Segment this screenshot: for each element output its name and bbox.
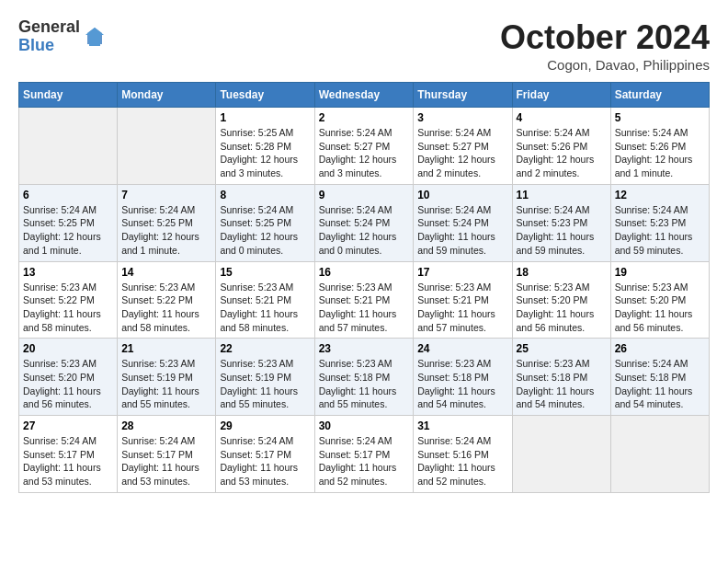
calendar-cell: 8Sunrise: 5:24 AM Sunset: 5:25 PM Daylig… [216,184,314,261]
calendar-cell: 27Sunrise: 5:24 AM Sunset: 5:17 PM Dayli… [19,416,118,493]
day-number: 23 [319,342,410,355]
calendar-cell: 20Sunrise: 5:23 AM Sunset: 5:20 PM Dayli… [19,339,118,416]
day-number: 3 [417,111,507,124]
day-info: Sunrise: 5:24 AM Sunset: 5:25 PM Dayligh… [121,203,211,258]
day-info: Sunrise: 5:24 AM Sunset: 5:23 PM Dayligh… [517,203,607,258]
calendar-cell: 15Sunrise: 5:23 AM Sunset: 5:21 PM Dayli… [216,261,314,339]
logo-blue-text: Blue [18,37,80,55]
day-number: 28 [121,419,211,432]
calendar-cell: 13Sunrise: 5:23 AM Sunset: 5:22 PM Dayli… [19,261,118,339]
calendar-cell: 3Sunrise: 5:24 AM Sunset: 5:27 PM Daylig… [414,108,512,185]
calendar-cell: 6Sunrise: 5:24 AM Sunset: 5:25 PM Daylig… [19,184,118,261]
day-info: Sunrise: 5:23 AM Sunset: 5:20 PM Dayligh… [23,357,113,411]
day-info: Sunrise: 5:23 AM Sunset: 5:20 PM Dayligh… [615,281,705,335]
day-number: 27 [23,419,113,432]
day-number: 10 [417,189,507,201]
day-number: 4 [517,111,607,124]
day-number: 31 [417,419,507,432]
day-info: Sunrise: 5:23 AM Sunset: 5:21 PM Dayligh… [319,281,410,335]
day-number: 21 [121,342,211,355]
calendar-cell [610,416,709,493]
day-info: Sunrise: 5:24 AM Sunset: 5:25 PM Dayligh… [23,203,113,258]
calendar-week-row: 13Sunrise: 5:23 AM Sunset: 5:22 PM Dayli… [19,261,710,339]
day-number: 9 [319,189,410,201]
day-number: 29 [220,419,310,432]
day-info: Sunrise: 5:23 AM Sunset: 5:22 PM Dayligh… [23,281,113,335]
weekday-header-row: SundayMondayTuesdayWednesdayThursdayFrid… [19,83,710,108]
day-number: 25 [517,342,607,355]
day-info: Sunrise: 5:23 AM Sunset: 5:21 PM Dayligh… [417,281,507,335]
calendar-cell: 24Sunrise: 5:23 AM Sunset: 5:18 PM Dayli… [414,339,512,416]
weekday-header-friday: Friday [512,83,610,108]
calendar-cell: 2Sunrise: 5:24 AM Sunset: 5:27 PM Daylig… [314,108,414,185]
day-info: Sunrise: 5:23 AM Sunset: 5:18 PM Dayligh… [417,357,507,411]
day-info: Sunrise: 5:24 AM Sunset: 5:16 PM Dayligh… [417,434,507,488]
calendar-cell: 30Sunrise: 5:24 AM Sunset: 5:17 PM Dayli… [314,416,414,493]
calendar-cell: 19Sunrise: 5:23 AM Sunset: 5:20 PM Dayli… [610,261,709,339]
calendar-cell: 28Sunrise: 5:24 AM Sunset: 5:17 PM Dayli… [118,416,216,493]
calendar-cell: 1Sunrise: 5:25 AM Sunset: 5:28 PM Daylig… [216,108,314,185]
day-info: Sunrise: 5:24 AM Sunset: 5:26 PM Dayligh… [615,126,705,180]
calendar-cell: 31Sunrise: 5:24 AM Sunset: 5:16 PM Dayli… [414,416,512,493]
day-number: 19 [615,266,705,279]
calendar-table: SundayMondayTuesdayWednesdayThursdayFrid… [18,82,710,493]
weekday-header-monday: Monday [118,83,216,108]
day-info: Sunrise: 5:23 AM Sunset: 5:18 PM Dayligh… [319,357,410,411]
day-number: 5 [615,111,705,124]
calendar-cell: 22Sunrise: 5:23 AM Sunset: 5:19 PM Dayli… [216,339,314,416]
day-info: Sunrise: 5:25 AM Sunset: 5:28 PM Dayligh… [220,126,310,180]
day-number: 2 [319,111,410,124]
calendar-cell [19,108,118,185]
day-number: 18 [517,266,607,279]
calendar-cell: 7Sunrise: 5:24 AM Sunset: 5:25 PM Daylig… [118,184,216,261]
day-number: 15 [220,266,310,279]
day-number: 14 [121,266,211,279]
calendar-cell: 25Sunrise: 5:23 AM Sunset: 5:18 PM Dayli… [512,339,610,416]
page-header: General Blue October 2024 Cogon, Davao, … [18,18,710,73]
day-number: 13 [23,266,113,279]
calendar-week-row: 1Sunrise: 5:25 AM Sunset: 5:28 PM Daylig… [19,108,710,185]
day-info: Sunrise: 5:24 AM Sunset: 5:17 PM Dayligh… [121,434,211,488]
calendar-cell: 17Sunrise: 5:23 AM Sunset: 5:21 PM Dayli… [414,261,512,339]
calendar-cell: 18Sunrise: 5:23 AM Sunset: 5:20 PM Dayli… [512,261,610,339]
calendar-week-row: 6Sunrise: 5:24 AM Sunset: 5:25 PM Daylig… [19,184,710,261]
day-info: Sunrise: 5:24 AM Sunset: 5:25 PM Dayligh… [220,203,310,258]
weekday-header-wednesday: Wednesday [314,83,414,108]
title-area: October 2024 Cogon, Davao, Philippines [500,18,710,73]
day-info: Sunrise: 5:24 AM Sunset: 5:24 PM Dayligh… [319,203,410,258]
day-info: Sunrise: 5:23 AM Sunset: 5:19 PM Dayligh… [220,357,310,411]
day-info: Sunrise: 5:24 AM Sunset: 5:26 PM Dayligh… [517,126,607,180]
day-number: 22 [220,342,310,355]
day-info: Sunrise: 5:24 AM Sunset: 5:23 PM Dayligh… [615,203,705,258]
day-number: 11 [517,189,607,201]
logo: General Blue [18,18,106,55]
day-number: 17 [417,266,507,279]
weekday-header-thursday: Thursday [414,83,512,108]
day-info: Sunrise: 5:24 AM Sunset: 5:27 PM Dayligh… [319,126,410,180]
day-number: 12 [615,189,705,201]
calendar-cell: 4Sunrise: 5:24 AM Sunset: 5:26 PM Daylig… [512,108,610,185]
calendar-cell: 9Sunrise: 5:24 AM Sunset: 5:24 PM Daylig… [314,184,414,261]
day-info: Sunrise: 5:24 AM Sunset: 5:27 PM Dayligh… [417,126,507,180]
calendar-cell: 5Sunrise: 5:24 AM Sunset: 5:26 PM Daylig… [610,108,709,185]
day-number: 26 [615,342,705,355]
calendar-cell: 12Sunrise: 5:24 AM Sunset: 5:23 PM Dayli… [610,184,709,261]
month-title: October 2024 [500,18,710,57]
day-info: Sunrise: 5:23 AM Sunset: 5:22 PM Dayligh… [121,281,211,335]
location-subtitle: Cogon, Davao, Philippines [500,57,710,73]
day-info: Sunrise: 5:23 AM Sunset: 5:18 PM Dayligh… [517,357,607,411]
day-info: Sunrise: 5:23 AM Sunset: 5:21 PM Dayligh… [220,281,310,335]
weekday-header-sunday: Sunday [19,83,118,108]
day-number: 6 [23,189,113,201]
calendar-cell: 21Sunrise: 5:23 AM Sunset: 5:19 PM Dayli… [118,339,216,416]
day-info: Sunrise: 5:24 AM Sunset: 5:17 PM Dayligh… [319,434,410,488]
calendar-cell [118,108,216,185]
day-number: 8 [220,189,310,201]
weekday-header-tuesday: Tuesday [216,83,314,108]
day-info: Sunrise: 5:23 AM Sunset: 5:20 PM Dayligh… [517,281,607,335]
calendar-week-row: 20Sunrise: 5:23 AM Sunset: 5:20 PM Dayli… [19,339,710,416]
calendar-week-row: 27Sunrise: 5:24 AM Sunset: 5:17 PM Dayli… [19,416,710,493]
calendar-cell: 10Sunrise: 5:24 AM Sunset: 5:24 PM Dayli… [414,184,512,261]
calendar-cell: 14Sunrise: 5:23 AM Sunset: 5:22 PM Dayli… [118,261,216,339]
day-info: Sunrise: 5:23 AM Sunset: 5:19 PM Dayligh… [121,357,211,411]
